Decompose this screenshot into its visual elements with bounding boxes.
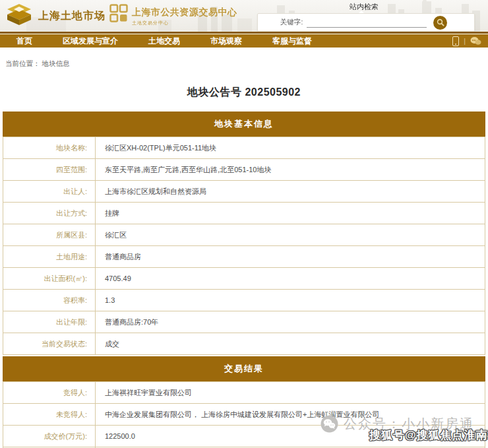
row-label: 未竞得人:: [3, 404, 96, 426]
row-value: 4705.49: [96, 268, 485, 290]
table-row: 出让方式:挂牌: [3, 203, 485, 224]
section-title: 交易结果: [3, 356, 485, 381]
row-value: 徐汇区: [96, 224, 485, 246]
sections: 地块基本信息地块名称:徐汇区XH-02(TPL)单元051-11地块四至范围:东…: [3, 112, 485, 448]
nav-item-0[interactable]: 首页: [16, 36, 32, 47]
page-title: 地块公告号 202505902: [0, 86, 488, 100]
grid-logo-icon: [109, 4, 128, 24]
row-label: 土地用途:: [3, 246, 96, 268]
logo2-title: 上海市公共资源交易中心: [132, 7, 237, 18]
row-label: 出让人:: [3, 181, 96, 203]
table-row: 地块名称:徐汇区XH-02(TPL)单元051-11地块: [3, 137, 485, 159]
row-value: 1.3: [96, 290, 485, 311]
row-label: 出让方式:: [3, 203, 96, 224]
row-value: 122500.0: [96, 426, 485, 447]
nav-item-4[interactable]: 客服与监督: [272, 36, 312, 47]
table-row: 出让年限:普通商品房:70年: [3, 311, 485, 333]
nav-icons: |: [452, 36, 481, 46]
main-nav: 首页区域发展与宣介土地交易市场观察客服与监督 |: [0, 34, 488, 48]
logo-shanghai-land-market[interactable]: 上海土地市场: [5, 3, 106, 28]
nav-icon-divider: |: [464, 37, 466, 45]
row-label: 四至范围:: [3, 159, 96, 181]
table-row: 竞得人:上海祺祥旺宇置业有限公司: [3, 382, 485, 404]
row-label: 地块名称:: [3, 137, 96, 159]
logo2-subtitle: 土地交易分中心: [132, 20, 237, 26]
row-label: 所属区县:: [3, 224, 96, 246]
row-value: 普通商品房: [96, 246, 485, 268]
breadcrumb-current[interactable]: 地块信息: [42, 59, 69, 67]
info-table: 竞得人:上海祺祥旺宇置业有限公司未竞得人:中海企业发展集团有限公司， 上海徐房中…: [3, 381, 485, 448]
search-box: 关键字:: [257, 13, 475, 32]
chat-icon-glyph: [470, 36, 481, 46]
row-label: 当前交易状态:: [3, 333, 96, 355]
search-button[interactable]: [433, 16, 447, 30]
chat-bubbles-icon[interactable]: [470, 36, 481, 46]
logo1-title: 上海土地市场: [38, 9, 106, 23]
nav-item-2[interactable]: 土地交易: [148, 36, 180, 47]
section-1: 交易结果竞得人:上海祺祥旺宇置业有限公司未竞得人:中海企业发展集团有限公司， 上…: [3, 356, 485, 448]
site-header: 上海土地市场 上海市公共资源交易中心 土地交易分中心 站内检索 关键字:: [0, 0, 488, 32]
row-value: 中海企业发展集团有限公司， 上海徐房中城建设发展有限公司+上海虹润置业有限公司: [96, 404, 485, 426]
row-label: 竞得人:: [3, 382, 96, 404]
nav-item-1[interactable]: 区域发展与宣介: [63, 36, 118, 47]
row-label: 成交价(万元):: [3, 426, 96, 447]
table-row: 四至范围:东至天平路,南至广元路,西至华山路,北至051-10地块: [3, 159, 485, 181]
row-value: 徐汇区XH-02(TPL)单元051-11地块: [96, 137, 485, 159]
nav-item-3[interactable]: 市场观察: [210, 36, 242, 47]
keyword-input[interactable]: [307, 18, 427, 28]
table-row: 所属区县:徐汇区: [3, 224, 485, 246]
row-value: 上海市徐汇区规划和自然资源局: [96, 181, 485, 203]
row-value: 成交: [96, 333, 485, 355]
row-label: 出让面积(㎡):: [3, 268, 96, 290]
breadcrumb-prefix: 当前位置：: [5, 59, 40, 67]
row-value: 上海祺祥旺宇置业有限公司: [96, 382, 485, 404]
land-market-logo-icon: [5, 3, 33, 28]
table-row: 出让人:上海市徐汇区规划和自然资源局: [3, 181, 485, 203]
breadcrumb: 当前位置： 地块信息: [5, 59, 488, 69]
row-label: 容积率:: [3, 290, 96, 311]
table-row: 出让面积(㎡):4705.49: [3, 268, 485, 290]
search-icon: [437, 18, 444, 26]
nav-items: 首页区域发展与宣介土地交易市场观察客服与监督: [0, 36, 312, 47]
row-value: 东至天平路,南至广元路,西至华山路,北至051-10地块: [96, 159, 485, 181]
section-title: 地块基本信息: [3, 112, 485, 137]
keyword-label: 关键字:: [280, 18, 303, 27]
info-table: 地块名称:徐汇区XH-02(TPL)单元051-11地块四至范围:东至天平路,南…: [3, 137, 485, 355]
section-0: 地块基本信息地块名称:徐汇区XH-02(TPL)单元051-11地块四至范围:东…: [3, 112, 485, 355]
table-row: 成交价(万元):122500.0: [3, 426, 485, 447]
table-row: 当前交易状态:成交: [3, 333, 485, 355]
mobile-icon[interactable]: [452, 36, 459, 46]
table-row: 容积率:1.3: [3, 290, 485, 311]
row-label: 出让年限:: [3, 311, 96, 333]
table-row: 土地用途:普通商品房: [3, 246, 485, 268]
row-value: 普通商品房:70年: [96, 311, 485, 333]
logo-public-resources-center[interactable]: 上海市公共资源交易中心 土地交易分中心: [109, 4, 237, 26]
row-value: 挂牌: [96, 203, 485, 224]
table-row: 未竞得人:中海企业发展集团有限公司， 上海徐房中城建设发展有限公司+上海虹润置业…: [3, 404, 485, 426]
